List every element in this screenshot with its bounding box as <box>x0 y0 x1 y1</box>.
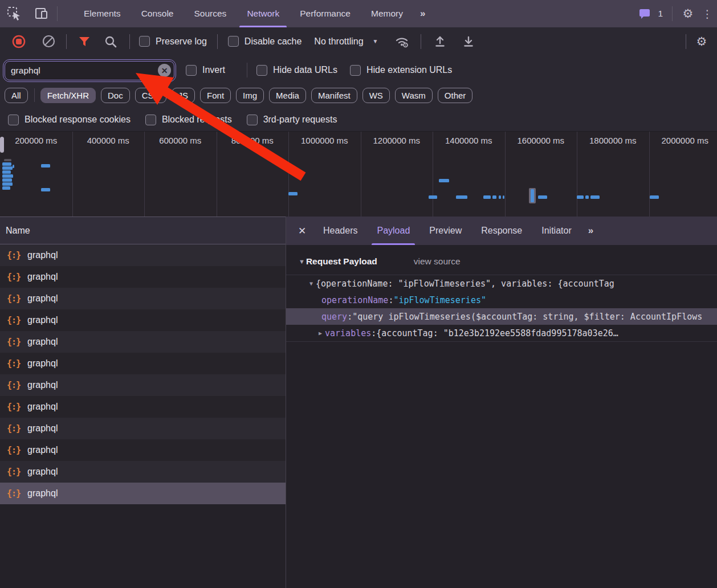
settings-gear-icon[interactable]: ⚙ <box>678 4 698 23</box>
timeline-request-bar <box>483 195 491 199</box>
filter-checkbox-blocked-response-cookies[interactable]: Blocked response cookies <box>8 115 131 125</box>
chip-img[interactable]: Img <box>236 88 264 103</box>
checkbox[interactable] <box>139 36 150 47</box>
json-braces-icon: {:} <box>7 488 21 499</box>
timeline-request-bar <box>2 162 11 166</box>
timeline-request-bar <box>2 166 13 170</box>
table-row[interactable]: {:}graphql <box>0 439 286 461</box>
detail-tab-payload[interactable]: Payload <box>367 217 419 245</box>
tab-sources[interactable]: Sources <box>184 0 237 27</box>
disable-cache-checkbox[interactable]: Disable cache <box>228 36 302 47</box>
hide-data-urls-checkbox[interactable]: Hide data URLs <box>256 65 337 76</box>
chip-font[interactable]: Font <box>200 88 231 103</box>
json-braces-icon: {:} <box>7 402 21 412</box>
inspect-element-icon[interactable] <box>5 4 24 23</box>
table-row[interactable]: {:}graphql <box>0 266 286 288</box>
table-row[interactable]: {:}graphql <box>0 331 286 353</box>
export-har-icon[interactable] <box>459 32 478 51</box>
table-row[interactable]: {:}graphql <box>0 244 286 266</box>
kebab-menu-icon[interactable]: ⋮ <box>698 4 717 23</box>
invert-checkbox[interactable]: Invert <box>186 65 225 76</box>
checkbox[interactable] <box>247 115 258 125</box>
json-braces-icon: {:} <box>7 337 21 347</box>
tab-memory[interactable]: Memory <box>361 0 413 27</box>
network-filters: ✕ Invert Hide data URLs Hide extension U… <box>0 55 717 131</box>
filter-input[interactable] <box>5 66 174 76</box>
chip-other[interactable]: Other <box>438 88 473 103</box>
tab-performance[interactable]: Performance <box>290 0 361 27</box>
filter-checkbox-3rd-party-requests[interactable]: 3rd-party requests <box>247 115 337 125</box>
import-har-icon[interactable] <box>430 32 450 51</box>
view-source-link[interactable]: view source <box>414 256 461 267</box>
checkbox[interactable] <box>256 65 267 76</box>
network-settings-gear-icon[interactable]: ⚙ <box>692 32 711 51</box>
detail-tab-preview[interactable]: Preview <box>419 217 471 245</box>
timeline-request-bar <box>2 182 13 186</box>
timeline-column: 800000 ms <box>217 132 290 217</box>
chip-doc[interactable]: Doc <box>101 88 130 103</box>
table-row[interactable]: {:}graphql <box>0 461 286 483</box>
preserve-log-checkbox[interactable]: Preserve log <box>139 36 207 47</box>
table-row[interactable]: {:}graphql <box>0 288 286 309</box>
checkbox[interactable] <box>228 36 239 47</box>
section-expand-icon[interactable]: ▼ <box>299 258 305 265</box>
chip-js[interactable]: JS <box>172 88 195 103</box>
record-network-log-icon[interactable] <box>9 32 28 51</box>
detail-tab-headers[interactable]: Headers <box>313 217 367 245</box>
toolbar-separator <box>686 34 686 49</box>
detail-tab-initiator[interactable]: Initiator <box>532 217 581 245</box>
name-column-header[interactable]: Name <box>0 217 286 244</box>
payload-row-query[interactable]: query: "query ipFlowTimeseries($accountT… <box>286 308 717 325</box>
network-conditions-icon[interactable] <box>392 32 412 51</box>
checkbox[interactable] <box>145 115 156 125</box>
table-row[interactable]: {:}graphql <box>0 374 286 396</box>
chip-ws[interactable]: WS <box>362 88 390 103</box>
tab-console[interactable]: Console <box>131 0 184 27</box>
filter-checkbox-blocked-requests[interactable]: Blocked requests <box>145 115 232 125</box>
device-toolbar-icon[interactable] <box>32 4 51 23</box>
clear-network-log-icon[interactable] <box>39 32 58 51</box>
timeline-resize-handle[interactable] <box>0 137 4 153</box>
table-row[interactable]: {:}graphql <box>0 483 286 504</box>
throttling-dropdown[interactable]: No throttling ▼ <box>314 36 378 47</box>
payload-preview-row[interactable]: ▼{operationName: "ipFlowTimeseries", var… <box>286 275 717 292</box>
timeline-request-bar <box>499 195 501 199</box>
table-row[interactable]: {:}graphql <box>0 396 286 418</box>
checkbox[interactable] <box>350 65 361 76</box>
request-name: graphql <box>27 315 58 325</box>
request-name: graphql <box>27 402 58 412</box>
tab-elements[interactable]: Elements <box>74 0 131 27</box>
devtools-window: ElementsConsoleSourcesNetworkPerformance… <box>0 0 717 588</box>
close-icon[interactable]: ✕ <box>291 217 313 245</box>
issues-count[interactable]: 1 <box>658 9 663 19</box>
payload-row-variables[interactable]: ▶variables: {accountTag: "b12e3b2192ee55… <box>286 325 717 341</box>
table-row[interactable]: {:}graphql <box>0 418 286 439</box>
clear-filter-icon[interactable]: ✕ <box>158 64 171 77</box>
hide-extension-urls-checkbox[interactable]: Hide extension URLs <box>350 65 452 76</box>
collapsed-triangle-icon[interactable]: ▶ <box>316 330 325 336</box>
chip-css[interactable]: CSS <box>135 88 166 103</box>
network-overview-timeline[interactable]: 200000 ms400000 ms600000 ms800000 ms1000… <box>0 131 717 217</box>
payload-row-operationname[interactable]: operationName: "ipFlowTimeseries" <box>286 292 717 308</box>
checkbox[interactable] <box>8 115 19 125</box>
detail-more-tabs-button[interactable]: » <box>581 225 601 236</box>
expanded-triangle-icon[interactable]: ▼ <box>307 280 316 287</box>
more-tabs-button[interactable]: » <box>413 8 433 19</box>
chip-manifest[interactable]: Manifest <box>311 88 357 103</box>
checkbox[interactable] <box>186 65 197 76</box>
chip-all[interactable]: All <box>5 88 28 103</box>
search-icon[interactable] <box>101 32 120 51</box>
chip-media[interactable]: Media <box>269 88 306 103</box>
detail-tab-response[interactable]: Response <box>471 217 532 245</box>
toolbar-separator <box>247 63 247 77</box>
issues-icon[interactable] <box>635 4 654 23</box>
chip-wasm[interactable]: Wasm <box>395 88 433 103</box>
tab-network[interactable]: Network <box>237 0 290 27</box>
json-braces-icon: {:} <box>7 380 21 390</box>
json-braces-icon: {:} <box>7 315 21 325</box>
filter-funnel-icon[interactable] <box>75 32 94 51</box>
table-row[interactable]: {:}graphql <box>0 309 286 331</box>
chip-fetch-xhr[interactable]: Fetch/XHR <box>40 88 96 103</box>
timeline-tick-label: 1000000 ms <box>288 136 361 145</box>
table-row[interactable]: {:}graphql <box>0 353 286 374</box>
